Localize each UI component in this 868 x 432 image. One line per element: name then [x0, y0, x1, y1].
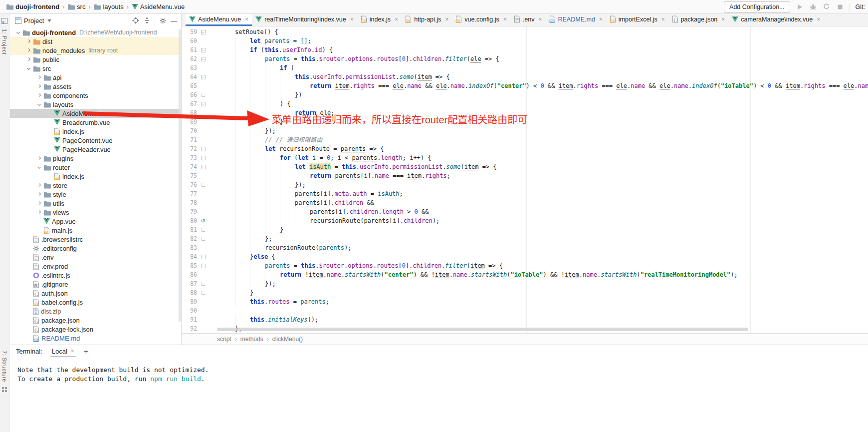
code-line-76[interactable]: 76});	[182, 180, 868, 189]
code-line-87[interactable]: 87});	[182, 279, 868, 288]
fold-marker-icon[interactable]	[197, 291, 209, 295]
code-line-91[interactable]: 91this.initialKeys();	[182, 315, 868, 324]
tree-item-router[interactable]: router	[10, 163, 181, 172]
tab-package-json[interactable]: {..}package.json×	[668, 14, 729, 26]
add-configuration-button[interactable]: Add Configuration...	[724, 1, 790, 12]
tree-item-node-modules[interactable]: node_moduleslibrary root	[10, 46, 181, 55]
code-line-63[interactable]: 63if (	[182, 63, 868, 72]
close-icon[interactable]: ×	[503, 16, 507, 23]
run-icon[interactable]	[796, 3, 804, 11]
fold-marker-icon[interactable]	[197, 183, 209, 187]
code-line-61[interactable]: 61−if (this.userInfo.id) {	[182, 45, 868, 54]
coverage-icon[interactable]	[823, 3, 831, 11]
tree-item-src[interactable]: src	[10, 64, 181, 73]
code-line-90[interactable]: 90	[182, 306, 868, 315]
fold-marker-icon[interactable]: −	[197, 57, 209, 61]
tree-item-utils[interactable]: utils	[10, 199, 181, 208]
editor-breadcrumb-item[interactable]: script	[217, 336, 231, 343]
tab-readme-md[interactable]: MDREADME.md×	[546, 14, 606, 26]
tree-item-components[interactable]: components	[10, 91, 181, 100]
code-line-82[interactable]: 82};	[182, 234, 868, 243]
tree-item-style[interactable]: style	[10, 190, 181, 199]
chevron-right-icon[interactable]	[25, 38, 32, 45]
terminal-tab-local[interactable]: Local ×	[50, 346, 76, 357]
fold-marker-icon[interactable]: −	[197, 264, 209, 268]
breadcrumb-item[interactable]: duoji-frontend	[6, 3, 59, 10]
code-line-59[interactable]: 59−setRoute() {	[182, 27, 868, 36]
hide-panel-icon[interactable]: —	[171, 17, 177, 24]
tab-http-api-js[interactable]: JShttp-api.js×	[402, 14, 452, 26]
tree-item-index-js[interactable]: JSindex.js	[10, 172, 181, 181]
chevron-down-icon[interactable]	[25, 65, 32, 72]
code-line-84[interactable]: 84−}else {	[182, 252, 868, 261]
code-line-78[interactable]: 78parents[i].children &&	[182, 198, 868, 207]
tree-item-asidemenu-vue[interactable]: AsideMenu.vue	[10, 109, 181, 118]
code-editor[interactable]: 59−setRoute() {60let parents = [];61−if …	[182, 26, 868, 333]
breadcrumb-item[interactable]: AsideMenu.vue	[132, 3, 185, 10]
close-icon[interactable]: ×	[721, 16, 725, 23]
breadcrumb-item[interactable]: src	[67, 3, 85, 10]
chevron-right-icon[interactable]	[36, 182, 43, 189]
code-line-79[interactable]: 79parents[i].children.length > 0 &&	[182, 207, 868, 216]
chevron-down-icon[interactable]	[36, 101, 43, 108]
tree-scrollbar[interactable]	[179, 29, 181, 322]
chevron-right-icon[interactable]	[36, 83, 43, 90]
close-icon[interactable]: ×	[245, 16, 248, 23]
fold-marker-icon[interactable]: −	[197, 156, 209, 160]
editor-breadcrumb-item[interactable]: methods	[240, 336, 263, 343]
code-line-67[interactable]: 67−) {	[182, 99, 868, 108]
fold-marker-icon[interactable]: −	[197, 30, 209, 34]
project-tool-window-icon[interactable]	[1, 18, 7, 25]
debug-bug-icon[interactable]	[809, 3, 817, 11]
code-line-86[interactable]: 86return !item.name.startsWith("center")…	[182, 270, 868, 279]
tree-item-package-lock-json[interactable]: {..}package-lock.json	[10, 325, 181, 334]
tree-item-auth-json[interactable]: {..}auth.json	[10, 289, 181, 298]
chevron-down-icon[interactable]	[15, 29, 22, 36]
code-line-75[interactable]: 75return parents[i].name === item.rights…	[182, 171, 868, 180]
close-icon[interactable]: ×	[350, 16, 354, 23]
tab--env[interactable]: .env×	[510, 14, 546, 26]
tree-item--gitignore[interactable]: .gitignore	[10, 280, 181, 289]
tree-item-babel-config-js[interactable]: JSbabel.config.js	[10, 298, 181, 307]
tree-item-views[interactable]: views	[10, 208, 181, 217]
close-icon[interactable]: ×	[445, 16, 448, 23]
tree-item-plugins[interactable]: plugins	[10, 154, 181, 163]
tree-item--env[interactable]: .env	[10, 253, 181, 262]
tree-item-layouts[interactable]: layouts	[10, 100, 181, 109]
collapse-all-icon[interactable]	[144, 17, 150, 24]
project-panel-title[interactable]: Project	[24, 17, 44, 24]
code-line-69[interactable]: 69}	[182, 117, 868, 126]
structure-strip-label[interactable]: 7: Structure	[1, 351, 7, 382]
close-icon[interactable]: ×	[661, 16, 665, 23]
code-line-60[interactable]: 60let parents = [];	[182, 36, 868, 45]
tab-vue-config-js[interactable]: JSvue.config.js×	[452, 14, 510, 26]
tab-realtimemonitoring-index-vue[interactable]: realTimeMonitoring\index.vue×	[252, 14, 357, 26]
code-line-65[interactable]: 65return item.rights === ele.name && ele…	[182, 81, 868, 90]
chevron-down-icon[interactable]	[47, 19, 51, 22]
tree-item-api[interactable]: api	[10, 73, 181, 82]
code-line-85[interactable]: 85−parents = this.$router.options.routes…	[182, 261, 868, 270]
code-line-80[interactable]: 80↺recursionRoute(parents[i].children);	[182, 216, 868, 225]
tree-item-dist-zip[interactable]: dist.zip	[10, 307, 181, 316]
fold-marker-icon[interactable]	[197, 228, 209, 232]
code-line-88[interactable]: 88}	[182, 288, 868, 297]
chevron-right-icon[interactable]	[36, 191, 43, 198]
tree-item-store[interactable]: store	[10, 181, 181, 190]
chevron-right-icon[interactable]	[36, 74, 43, 81]
tree-item-index-js[interactable]: JSindex.js	[10, 127, 181, 136]
close-icon[interactable]: ×	[71, 348, 74, 355]
tree-item-pageheader-vue[interactable]: PageHeader.vue	[10, 145, 181, 154]
terminal-output[interactable]: Note that the development build is not o…	[10, 358, 868, 384]
tab-index-js[interactable]: JSindex.js×	[357, 14, 402, 26]
tab-cameramanage-index-vue[interactable]: cameraManage\index.vue×	[728, 14, 824, 26]
new-terminal-session-icon[interactable]: +	[84, 348, 88, 355]
tree-item--browserslistrc[interactable]: .browserslistrc	[10, 235, 181, 244]
tree-item-main-js[interactable]: JSmain.js	[10, 226, 181, 235]
editor-breadcrumb-item[interactable]: clickMenu()	[272, 336, 303, 343]
fold-marker-icon[interactable]	[197, 282, 209, 286]
tree-item-dist[interactable]: dist	[10, 37, 181, 46]
code-line-74[interactable]: 74−let isAuth = this.userInfo.permission…	[182, 162, 868, 171]
chevron-right-icon[interactable]	[36, 155, 43, 162]
close-icon[interactable]: ×	[599, 16, 603, 23]
code-line-71[interactable]: 71// // 递归权限路由	[182, 135, 868, 144]
